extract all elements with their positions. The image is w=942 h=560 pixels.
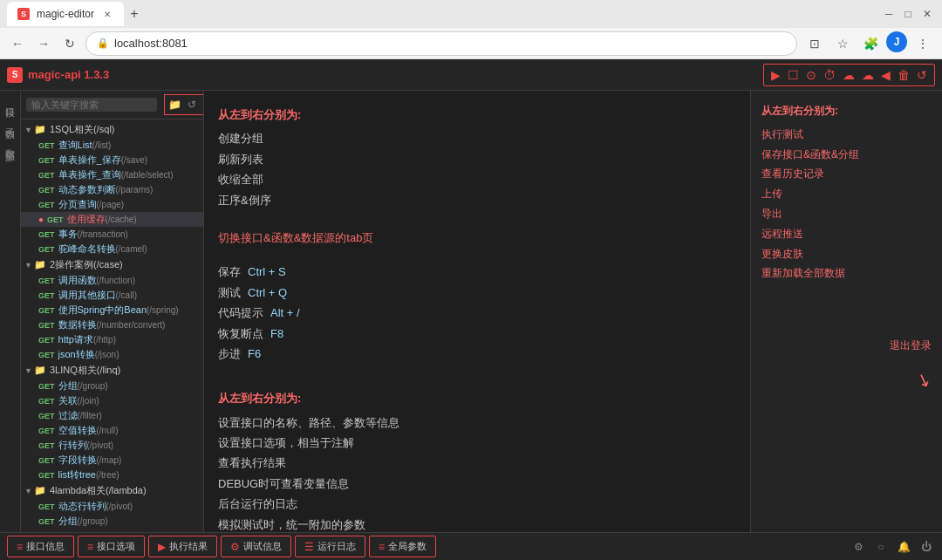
help-section3-title: 从左到右分别为: xyxy=(218,388,736,408)
bottom-tab-run-log-label: 运行日志 xyxy=(317,540,356,553)
right-panel-title: 从左到右分别为: xyxy=(761,101,932,121)
help-item: 设置接口选项，相当于注解 xyxy=(218,433,736,453)
shortcut-label: 代码提示 xyxy=(218,303,263,323)
tree-group-case-header[interactable]: ▼ 📁 2操作案例(/case) xyxy=(21,256,203,273)
tree-group-linq-header[interactable]: ▼ 📁 3LINQ相关(/linq) xyxy=(21,362,203,379)
url-text: localhost:8081 xyxy=(114,37,786,50)
circle-status-icon[interactable]: ○ xyxy=(872,538,890,556)
list-item[interactable]: GET 单表操作_保存 (/save) xyxy=(21,153,203,167)
extensions-button[interactable]: ⊡ xyxy=(802,31,827,56)
help-item: 收缩全部 xyxy=(218,169,736,189)
back-button[interactable]: ← xyxy=(7,33,28,54)
tree-toolbar: 📁 ↺ 💾 ≡ xyxy=(164,94,204,115)
bottom-tab-run-log[interactable]: ☰ 运行日志 xyxy=(295,536,365,557)
export-cloud-icon[interactable]: ☁ xyxy=(860,66,876,84)
sidebar-tab-datasource[interactable]: 数据源 xyxy=(2,136,18,152)
settings-status-icon[interactable]: ⚙ xyxy=(850,538,867,556)
right-panel-reload[interactable]: 重新加载全部数据 xyxy=(761,263,932,283)
center-area: 从左到右分别为: 创建分组 刷新列表 收缩全部 正序&倒序 切换接口&函数&数据… xyxy=(204,91,750,532)
create-group-button[interactable]: 📁 xyxy=(167,97,182,113)
push-icon[interactable]: ◀ xyxy=(879,66,892,84)
sidebar-tab-function[interactable]: 函数 xyxy=(2,115,18,129)
bottom-tab-debug-info[interactable]: ⚙ 调试信息 xyxy=(221,536,291,557)
bottom-tab-global-params[interactable]: ≡ 全局参数 xyxy=(369,536,436,557)
browser-tab[interactable]: S magic-editor ✕ xyxy=(7,2,124,26)
tree-group-sql-header[interactable]: ▼ 📁 1SQL相关(/sql) xyxy=(21,121,203,138)
list-item[interactable]: GET 空值转换 (/null) xyxy=(21,423,203,438)
history-icon[interactable]: ⊙ xyxy=(804,66,818,84)
interface-info-icon: ≡ xyxy=(17,541,23,553)
reload-button[interactable]: ↻ xyxy=(59,33,80,54)
list-item[interactable]: GET 单表操作_查询 (/table/select) xyxy=(21,167,203,182)
refresh-list-button[interactable]: ↺ xyxy=(184,97,200,113)
power-status-icon[interactable]: ⏻ xyxy=(918,538,935,556)
list-item[interactable]: GET 分组 (/group) xyxy=(21,379,203,393)
list-item[interactable]: GET 动态参数判断 (/params) xyxy=(21,182,203,197)
address-bar[interactable]: 🔒 localhost:8081 xyxy=(85,31,797,56)
list-item[interactable]: GET http请求 (/http) xyxy=(21,332,203,347)
help-section-bottom-tabs: 从左到右分别为: 设置接口的名称、路径、参数等信息 设置接口选项，相当于注解 查… xyxy=(218,388,736,532)
close-window-button[interactable]: ✕ xyxy=(919,6,935,22)
file-tree-header: 📁 ↺ 💾 ≡ xyxy=(21,91,203,120)
right-panel-history[interactable]: 查看历史记录 xyxy=(761,164,932,184)
exec-result-icon: ▶ xyxy=(158,541,166,553)
logout-area: 退出登录 ↘ xyxy=(761,283,932,396)
list-item[interactable]: GET 驼峰命名转换 (/camel) xyxy=(21,242,203,256)
list-item[interactable]: GET 分组 (/group) xyxy=(21,514,203,529)
menu-button[interactable]: ⋮ xyxy=(911,31,935,56)
help-item: 设置接口的名称、路径、参数等信息 xyxy=(218,413,736,433)
puzzle-button[interactable]: 🧩 xyxy=(858,31,883,56)
list-item[interactable]: GET 分页查询 (/page) xyxy=(21,197,203,212)
save-interface-icon[interactable]: ☐ xyxy=(786,66,801,84)
list-item[interactable]: GET 字段转换 (/map) xyxy=(21,453,203,468)
search-input[interactable] xyxy=(26,98,157,112)
help-item: 后台运行的日志 xyxy=(218,494,736,514)
bottom-tab-exec-result[interactable]: ▶ 执行结果 xyxy=(148,536,217,557)
shortcut-key: F6 xyxy=(248,344,317,364)
right-panel-upload[interactable]: 上传 xyxy=(761,184,932,204)
sidebar-tab-interface[interactable]: 接口 xyxy=(2,94,18,108)
list-item[interactable]: GET json转换 (/json) xyxy=(21,347,203,362)
list-item[interactable]: GET 调用其他接口 (/call) xyxy=(21,288,203,303)
clock-icon[interactable]: ⏱ xyxy=(822,66,837,84)
bottom-bar: ≡ 接口信息 ≡ 接口选项 ▶ 执行结果 ⚙ 调试信息 ☰ 运行日志 ≡ 全局参… xyxy=(0,532,942,560)
list-item[interactable]: GET 使用Spring中的Bean (/spring) xyxy=(21,303,203,318)
user-avatar[interactable]: J xyxy=(886,31,907,52)
right-panel-skin[interactable]: 更换皮肤 xyxy=(761,244,932,264)
list-item[interactable]: GET 事务 (/transaction) xyxy=(21,227,203,242)
list-item[interactable]: GET 调用函数 (/function) xyxy=(21,273,203,288)
delete-icon[interactable]: 🗑 xyxy=(896,66,911,84)
list-item[interactable]: GET 动态行转列 (/pivot) xyxy=(21,499,203,514)
maximize-button[interactable]: □ xyxy=(900,6,916,22)
bell-status-icon[interactable]: 🔔 xyxy=(895,538,912,556)
new-tab-button[interactable]: + xyxy=(124,3,145,24)
list-item[interactable]: GET 查询List (/list) xyxy=(21,138,203,153)
list-item[interactable]: GET list转tree (/tree) xyxy=(21,468,203,482)
list-item[interactable]: GET 数据转换 (/number/convert) xyxy=(21,318,203,332)
list-item[interactable]: GET 过滤 (/filter) xyxy=(21,408,203,423)
list-item[interactable]: GET 关联 (/join) xyxy=(21,393,203,408)
shortcut-label: 步进 xyxy=(218,344,241,364)
right-panel-run[interactable]: 执行测试 xyxy=(761,125,932,145)
right-panel-push[interactable]: 远程推送 xyxy=(761,224,932,244)
minimize-button[interactable]: ─ xyxy=(881,6,897,22)
forward-button[interactable]: → xyxy=(33,33,54,54)
upload-cloud-icon[interactable]: ☁ xyxy=(841,66,857,84)
lock-icon: 🔒 xyxy=(97,38,109,49)
group-lambda-label: 4lambda相关(/lambda) xyxy=(50,484,147,497)
bottom-tab-interface-info[interactable]: ≡ 接口信息 xyxy=(7,536,74,557)
tab-close-button[interactable]: ✕ xyxy=(101,8,113,20)
run-icon[interactable]: ▶ xyxy=(769,66,782,84)
right-panel-save[interactable]: 保存接口&函数&分组 xyxy=(761,145,932,165)
bottom-tab-interface-options[interactable]: ≡ 接口选项 xyxy=(78,536,145,557)
global-params-icon: ≡ xyxy=(379,541,385,553)
list-item[interactable]: GET 行转列 (/pivot) xyxy=(21,438,203,453)
list-item-active[interactable]: ● GET 使用缓存 (/cache) xyxy=(21,212,203,227)
tree-group-lambda-header[interactable]: ▼ 📁 4lambda相关(/lambda) xyxy=(21,482,203,499)
shortcut-row: 保存 Ctrl + S xyxy=(218,262,736,282)
bookmark-button[interactable]: ☆ xyxy=(830,31,855,56)
bottom-tab-interface-info-label: 接口信息 xyxy=(26,540,65,553)
right-panel-export[interactable]: 导出 xyxy=(761,204,932,224)
help-section1-title: 从左到右分别为: xyxy=(218,105,736,125)
reload-icon[interactable]: ↺ xyxy=(915,66,929,84)
